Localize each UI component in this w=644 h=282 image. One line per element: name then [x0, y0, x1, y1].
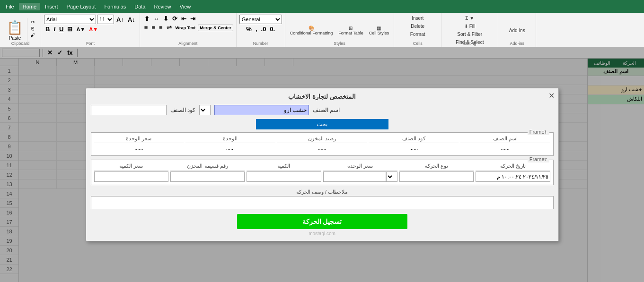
frame1-col-stock: رصيد المخزن — [277, 136, 367, 143]
tab-formulas[interactable]: Formulas — [100, 3, 130, 10]
frame1-val-item-code: ...... — [369, 145, 459, 151]
notes-input[interactable] — [91, 196, 554, 209]
cell-styles-icon: ▦ — [377, 26, 381, 31]
copy-button[interactable]: ⎘ — [28, 26, 37, 32]
alignment-label: Alignment — [178, 41, 197, 46]
font-size-select[interactable]: 11 — [97, 15, 114, 24]
rtl-button[interactable]: ⇌ — [165, 24, 173, 32]
frame1-section: Frame١ اسم الصنف كود الصنف رصيد المخزن ا… — [91, 132, 554, 156]
border-button[interactable]: ⊞ — [66, 25, 74, 33]
addins-label: Add-ins — [510, 41, 524, 46]
modal-overlay: ✕ المتخصص لتجارة الاخشاب اسم الصنف كود ا… — [0, 47, 644, 282]
align-bottom-button[interactable]: ⬇ — [162, 15, 170, 23]
item-code-input[interactable] — [91, 105, 167, 115]
align-center-button[interactable]: ≡ — [150, 24, 157, 32]
frame2-label: Frame٢ — [528, 156, 549, 162]
tab-home[interactable]: Home — [19, 3, 40, 10]
frame2-col-date: تاريخ الحركة — [476, 163, 550, 182]
addins-group: Add-ins Add-ins — [498, 13, 536, 47]
clipboard-group: 📋 Paste ✂ ⎘ 🖌 Clipboard — [0, 13, 41, 47]
bold-button[interactable]: B — [44, 25, 51, 33]
frame2-input-receipt[interactable] — [170, 171, 245, 182]
clipboard-small-buttons: ✂ ⎘ 🖌 — [27, 18, 38, 43]
autosum-button[interactable]: Σ ▼ — [463, 15, 476, 22]
font-color-button[interactable]: A▼ — [88, 26, 99, 33]
frame1-values: ...... ...... ...... ...... ...... — [94, 145, 550, 151]
item-name-input[interactable] — [214, 105, 309, 115]
ribbon: File Home Insert Page Layout Formulas Da… — [0, 0, 644, 47]
watermark: mostaql.com — [91, 231, 554, 236]
align-left-button[interactable]: ≡ — [143, 24, 150, 32]
format-table-button[interactable]: ⊞ Format Table — [336, 25, 365, 36]
decrease-font-button[interactable]: A↓ — [126, 16, 137, 24]
tab-view[interactable]: View — [176, 3, 195, 10]
format-button[interactable]: Format — [408, 31, 427, 38]
tab-page-layout[interactable]: Page Layout — [63, 3, 100, 10]
delete-button[interactable]: Delete — [409, 23, 426, 30]
decrease-decimal-button[interactable]: 0. — [268, 25, 276, 33]
fill-button[interactable]: ⬇ Fill — [462, 23, 477, 30]
indent-left-button[interactable]: ⇤ — [180, 15, 188, 23]
frame2-dropdown-unit-price[interactable] — [386, 171, 397, 182]
number-format-select[interactable]: General — [239, 15, 282, 24]
align-top-button[interactable]: ⬆ — [143, 15, 151, 23]
underline-button[interactable]: U — [58, 25, 65, 33]
frame2-input-qty[interactable] — [247, 171, 321, 182]
tab-data[interactable]: Data — [131, 3, 149, 10]
styles-label: Styles — [334, 41, 345, 46]
font-name-select[interactable]: Arial — [44, 15, 96, 24]
paste-button[interactable]: 📋 Paste — [3, 18, 27, 43]
tab-review[interactable]: Review — [150, 3, 175, 10]
indent-right-button[interactable]: ⇥ — [189, 15, 197, 23]
frame2-header-qty: الكمية — [247, 163, 321, 171]
wrap-text-button[interactable]: Wrap Text — [174, 25, 197, 31]
cell-styles-button[interactable]: ▦ Cell Styles — [367, 25, 391, 36]
number-label: Number — [253, 41, 268, 46]
modal-close-button[interactable]: ✕ — [548, 91, 555, 100]
cells-label: Cells — [413, 41, 423, 46]
merge-center-button[interactable]: Merge & Center — [198, 25, 233, 31]
styles-group: 🎨 Conditional Formatting ⊞ Format Table … — [285, 13, 394, 47]
orientation-button[interactable]: ⟳ — [171, 15, 179, 23]
search-bar[interactable]: بحث — [256, 119, 388, 129]
conditional-icon: 🎨 — [309, 26, 314, 31]
clipboard-label: Clipboard — [11, 41, 30, 46]
add-ins-button[interactable]: Add-ins — [507, 27, 527, 34]
frame1-col-price: سعر الوحدة — [94, 136, 184, 143]
format-painter-button[interactable]: 🖌 — [28, 32, 37, 38]
register-button[interactable]: تسجيل الحركة — [237, 214, 407, 229]
sort-filter-button[interactable]: Sort & Filter — [455, 31, 484, 38]
insert-button[interactable]: Insert — [410, 15, 425, 22]
fill-color-button[interactable]: A▼ — [75, 26, 87, 33]
font-group: Arial 11 A↑ A↓ B I U ⊞ A▼ A▼ Font — [41, 13, 140, 47]
frame2-input-date[interactable] — [476, 171, 550, 182]
align-middle-button[interactable]: ↔ — [152, 15, 161, 23]
frame1-col-item-name: اسم الصنف — [460, 136, 550, 143]
frame2-input-type[interactable] — [399, 171, 474, 182]
frame2-header-unit-price: سعر الوحدة — [323, 163, 397, 171]
editing-label: Editing — [463, 41, 476, 46]
comma-button[interactable]: , — [254, 25, 259, 33]
ribbon-tab-bar: File Home Insert Page Layout Formulas Da… — [0, 0, 644, 13]
notes-label: ملاحظات / وصف الحركة — [91, 189, 554, 195]
frame2-input-total-price[interactable] — [94, 171, 168, 182]
tab-file[interactable]: File — [2, 3, 18, 10]
align-right-button[interactable]: ≡ — [158, 24, 164, 32]
percent-button[interactable]: % — [245, 25, 253, 33]
italic-button[interactable]: I — [52, 25, 57, 33]
paste-icon: 📋 — [7, 20, 23, 35]
format-table-icon: ⊞ — [349, 26, 353, 31]
cut-button[interactable]: ✂ — [28, 19, 37, 25]
frame2-col-type: نوع الحركة — [399, 163, 474, 182]
search-bar-text: بحث — [317, 121, 327, 128]
paste-label: Paste — [9, 35, 21, 41]
tab-insert[interactable]: Insert — [41, 3, 62, 10]
frame2-input-unit-price[interactable] — [323, 171, 386, 182]
increase-font-button[interactable]: A↑ — [115, 16, 125, 24]
conditional-formatting-button[interactable]: 🎨 Conditional Formatting — [288, 25, 335, 36]
item-form-row: اسم الصنف كود الصنف — [91, 105, 554, 115]
cells-group: Insert Delete Format Cells — [394, 13, 441, 47]
frame2-section: Frame٢ تاريخ الحركة نوع الحركة سعر الوحد… — [91, 160, 554, 185]
increase-decimal-button[interactable]: .0 — [260, 25, 268, 33]
item-dropdown[interactable] — [199, 105, 211, 115]
